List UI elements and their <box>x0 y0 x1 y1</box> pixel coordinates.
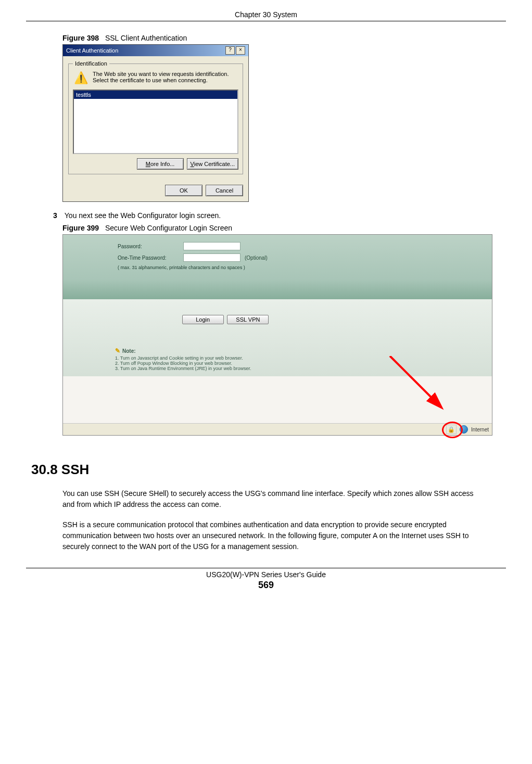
rule-bottom <box>26 568 506 568</box>
figure399-caption: Figure 399 Secure Web Configurator Login… <box>62 224 506 232</box>
otp-field[interactable] <box>183 253 240 262</box>
password-field[interactable] <box>183 242 240 250</box>
note-block: ✎Note: 1. Turn on Javascript and Cookie … <box>115 347 492 371</box>
certificate-item-selected[interactable]: testtls <box>74 91 237 99</box>
figure399-num: Figure 399 <box>62 224 99 232</box>
figure398-title: SSL Client Authentication <box>105 34 187 42</box>
section-ssh-heading: 30.8 SSH <box>31 462 506 478</box>
footer: USG20(W)-VPN Series User's Guide 569 <box>26 570 506 591</box>
login-screen: Password: One-Time Password: (Optional) … <box>62 234 492 436</box>
dialog-msg-2: Select the certificate to use when conne… <box>93 77 229 83</box>
page-number: 569 <box>26 580 506 591</box>
padlock-icon: 🔒 <box>448 426 455 433</box>
sslvpn-button[interactable]: SSL VPN <box>227 315 269 324</box>
password-hint: ( max. 31 alphanumeric, printable charac… <box>118 265 492 270</box>
identification-legend: Identification <box>73 60 109 67</box>
view-certificate-button[interactable]: View Certificate... <box>187 158 238 170</box>
login-button[interactable]: Login <box>182 315 224 324</box>
client-auth-dialog: Client Authentication ? × Identification… <box>62 44 249 202</box>
step-3: 3 You next see the Web Configurator logi… <box>53 211 506 220</box>
note-icon: ✎ <box>115 347 120 354</box>
certificate-list[interactable]: testtls <box>73 90 238 154</box>
password-label: Password: <box>118 244 179 249</box>
figure398-caption: Figure 398 SSL Client Authentication <box>62 34 506 42</box>
chapter-header: Chapter 30 System <box>26 10 506 19</box>
warning-icon: ⚠️ <box>73 71 88 85</box>
globe-icon <box>460 425 468 434</box>
cancel-button[interactable]: Cancel <box>206 185 243 196</box>
note-2: 2. Turn off Popup Window Blocking in you… <box>115 361 492 366</box>
ssh-para-1: You can use SSH (Secure SHell) to secure… <box>62 488 484 510</box>
ok-button[interactable]: OK <box>165 185 202 196</box>
figure399-title: Secure Web Configurator Login Screen <box>105 224 232 232</box>
status-internet: Internet <box>471 427 489 432</box>
note-label: Note: <box>122 348 136 354</box>
padlock-cell: 🔒 <box>446 425 457 434</box>
step-3-text: You next see the Web Configurator login … <box>65 211 221 220</box>
dialog-title: Client Authentication <box>66 47 118 54</box>
otp-label: One-Time Password: <box>118 255 179 261</box>
ssh-para-2: SSH is a secure communication protocol t… <box>62 519 484 552</box>
otp-optional: (Optional) <box>245 255 268 261</box>
step-3-num: 3 <box>53 211 57 220</box>
footer-guide: USG20(W)-VPN Series User's Guide <box>26 570 506 579</box>
status-bar: 🔒 Internet <box>63 423 492 435</box>
figure398-num: Figure 398 <box>62 34 99 42</box>
note-3: 3. Turn on Java Runtime Environment (JRE… <box>115 366 492 371</box>
dialog-msg-1: The Web site you want to view requests i… <box>93 71 229 77</box>
close-button[interactable]: × <box>236 46 245 55</box>
rule-top <box>26 21 506 21</box>
note-1: 1. Turn on Javascript and Cookie setting… <box>115 355 492 361</box>
help-button[interactable]: ? <box>225 46 235 55</box>
more-info-button[interactable]: More Info... <box>137 158 184 170</box>
dialog-titlebar: Client Authentication ? × <box>63 45 248 56</box>
